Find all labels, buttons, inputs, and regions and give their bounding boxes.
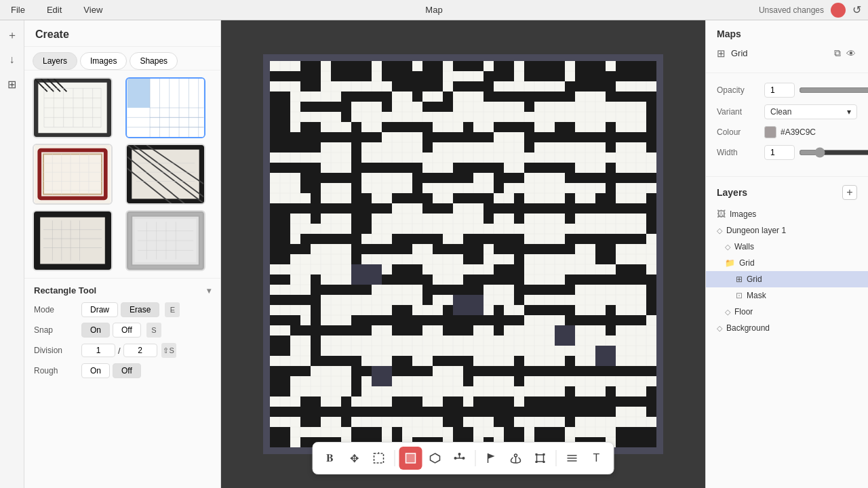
add-tool-icon[interactable]: ＋: [3, 26, 22, 45]
layer-mask[interactable]: ⊡ Mask: [706, 287, 868, 304]
svg-rect-156: [524, 61, 565, 81]
snap-on-btn[interactable]: On: [81, 323, 110, 338]
add-layer-btn[interactable]: +: [842, 185, 857, 200]
user-avatar[interactable]: [831, 3, 846, 18]
edit-menu[interactable]: Edit: [43, 5, 66, 15]
svg-rect-182: [361, 132, 382, 142]
layer-background[interactable]: ◇ Background: [706, 320, 868, 336]
svg-rect-270: [270, 336, 290, 356]
svg-rect-310: [351, 407, 392, 417]
tabs-row: Layers Images Shapes: [24, 47, 220, 70]
rectangle-tool-header[interactable]: Rectangle Tool ▾: [34, 285, 211, 296]
svg-rect-195: [646, 122, 656, 152]
division-value2-input[interactable]: [123, 344, 157, 357]
variant-label: Variant: [717, 107, 764, 117]
svg-rect-208: [565, 163, 575, 183]
rough-on-btn[interactable]: On: [81, 363, 110, 378]
polygon-tool-btn[interactable]: [424, 447, 447, 470]
copy-grid-btn[interactable]: ⧉: [833, 46, 842, 60]
opacity-input[interactable]: [764, 83, 795, 98]
width-slider[interactable]: [799, 147, 868, 158]
layer-grid-selected[interactable]: ⊞ Grid: [706, 271, 868, 287]
rough-off-btn[interactable]: Off: [113, 363, 141, 378]
menu-bar: File Edit View Map Unsaved changes ↺: [0, 0, 868, 20]
layer-floor[interactable]: ◇ Floor: [706, 304, 868, 320]
transform-tool-btn[interactable]: [529, 447, 552, 470]
thumbnail-6[interactable]: [125, 210, 205, 271]
svg-rect-189: [524, 122, 534, 152]
division-value1-input[interactable]: [81, 344, 115, 357]
grid-view-icon[interactable]: ⊞: [3, 75, 22, 94]
thumbnail-1[interactable]: [33, 77, 113, 138]
undo-button[interactable]: ↺: [852, 3, 861, 16]
layer-images[interactable]: 🖼 Images: [706, 205, 868, 222]
move-tool-btn[interactable]: ✥: [343, 447, 366, 470]
svg-rect-277: [412, 315, 422, 336]
svg-rect-180: [321, 132, 351, 142]
svg-rect-225: [524, 203, 565, 214]
layer-grid-folder[interactable]: 📁 Grid: [706, 255, 868, 271]
file-menu[interactable]: File: [7, 5, 29, 15]
svg-point-351: [515, 454, 517, 457]
eye-grid-btn[interactable]: 👁: [845, 46, 857, 60]
svg-rect-197: [300, 163, 321, 193]
variant-select[interactable]: Clean ▾: [764, 104, 857, 119]
snap-off-btn[interactable]: Off: [113, 323, 141, 338]
svg-rect-334: [616, 427, 656, 447]
opacity-slider[interactable]: [799, 85, 868, 96]
mode-draw-btn[interactable]: Draw: [81, 302, 118, 317]
snap-row: Snap On Off S: [34, 323, 211, 338]
tab-layers[interactable]: Layers: [33, 52, 77, 70]
rectangle-tool-btn[interactable]: [399, 447, 422, 470]
svg-rect-246: [565, 234, 575, 254]
tab-images[interactable]: Images: [80, 52, 127, 70]
layer-walls[interactable]: ◇ Walls: [706, 239, 868, 255]
svg-rect-258: [433, 285, 463, 295]
svg-rect-219: [422, 193, 433, 214]
rough-label: Rough: [34, 366, 81, 375]
svg-rect-317: [514, 407, 524, 417]
rectangle-tool-section: Rectangle Tool ▾ Mode Draw Erase E Snap …: [24, 278, 220, 390]
images-layer-label: Images: [730, 209, 756, 219]
anchor-tool-btn[interactable]: [505, 447, 528, 470]
svg-rect-230: [646, 193, 656, 234]
canvas-area[interactable]: 𝐁 ✥: [221, 20, 705, 488]
mode-erase-btn[interactable]: Erase: [121, 302, 159, 317]
layer-dungeon-1[interactable]: ◇ Dungeon layer 1: [706, 222, 868, 239]
svg-rect-187: [473, 132, 494, 142]
bold-tool-btn[interactable]: 𝐁: [319, 447, 342, 470]
colour-swatch[interactable]: [764, 126, 776, 138]
division-separator: /: [118, 346, 121, 356]
width-input[interactable]: [764, 145, 795, 160]
thumbnail-5[interactable]: [33, 210, 113, 271]
tab-shapes[interactable]: Shapes: [130, 52, 178, 70]
division-label: Division: [34, 346, 81, 355]
thumbnail-2[interactable]: [125, 77, 205, 138]
svg-rect-253: [321, 285, 351, 295]
grid-folder-label: Grid: [739, 258, 755, 268]
variant-row: Variant Clean ▾: [717, 104, 857, 119]
svg-rect-319: [565, 386, 575, 427]
thumbnail-3[interactable]: [33, 144, 113, 205]
svg-rect-166: [412, 71, 422, 102]
svg-rect-198: [321, 173, 351, 183]
svg-rect-257: [422, 274, 433, 305]
grid-properties-section: Opacity Variant Clean ▾ Colour #A39C9C: [706, 73, 868, 177]
svg-marker-343: [431, 453, 440, 463]
dungeon-layer-icon: ◇: [717, 226, 722, 235]
text-tool-btn[interactable]: T: [585, 447, 608, 470]
select-tool-btn[interactable]: [368, 447, 391, 470]
view-menu[interactable]: View: [79, 5, 106, 15]
division-input-group: /: [81, 344, 157, 357]
width-label: Width: [717, 148, 764, 157]
align-tool-btn[interactable]: [561, 447, 584, 470]
walls-layer-label: Walls: [734, 242, 754, 251]
layers-title: Layers: [717, 187, 747, 198]
thumbnail-4[interactable]: [125, 144, 205, 205]
map-canvas: [263, 54, 663, 454]
svg-rect-183: [382, 122, 422, 132]
flag-tool-btn[interactable]: [480, 447, 503, 470]
download-tool-icon[interactable]: ↓: [3, 50, 22, 69]
connect-tool-btn[interactable]: [448, 447, 471, 470]
svg-rect-229: [616, 203, 646, 214]
